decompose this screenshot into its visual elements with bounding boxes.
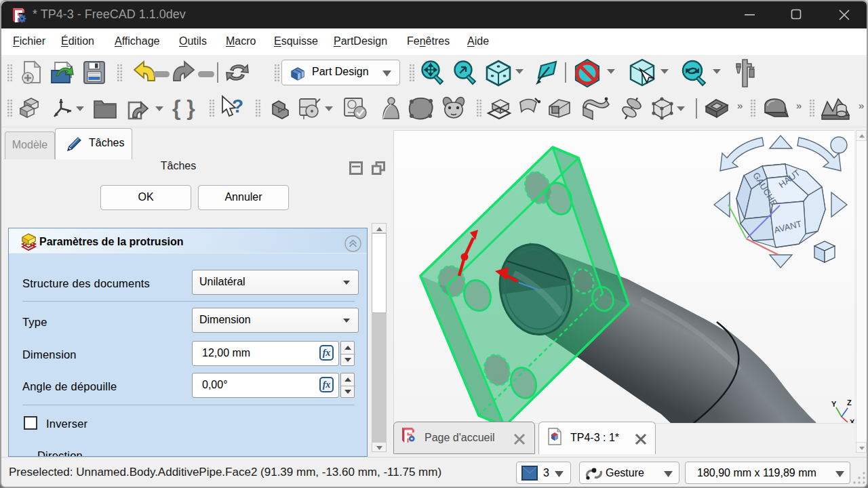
svg-text:?: ?	[232, 96, 243, 117]
svg-text:Y: Y	[831, 400, 837, 408]
svg-text:Z: Z	[847, 399, 852, 407]
svg-text:{ }: { }	[172, 96, 195, 120]
svg-text:X: X	[850, 418, 854, 423]
